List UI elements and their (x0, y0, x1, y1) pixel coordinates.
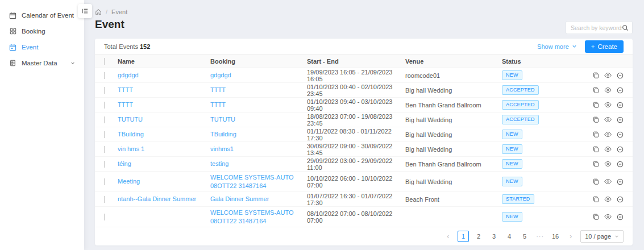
event-name-link[interactable]: TUTUTU (118, 115, 210, 124)
copy-icon[interactable] (593, 214, 599, 220)
copy-icon[interactable] (593, 102, 599, 108)
copy-icon[interactable] (593, 196, 599, 202)
booking-link[interactable]: vinhms1 (210, 145, 307, 153)
row-checkbox[interactable] (104, 116, 105, 123)
show-more-toggle[interactable]: Show more (537, 43, 577, 50)
column-header-start-end[interactable]: Start - End (307, 58, 405, 65)
eye-icon[interactable] (604, 161, 612, 167)
pagination-page-16[interactable]: 16 (550, 231, 561, 242)
page-size-select[interactable]: 10 / page (580, 230, 624, 243)
row-checkbox[interactable] (104, 214, 105, 220)
select-all-checkbox[interactable] (104, 58, 105, 65)
booking-link[interactable]: TBuilding (210, 130, 307, 139)
total-events: Total Events 152 (104, 43, 150, 50)
sidebar-item-event[interactable]: Event (0, 39, 84, 55)
pagination-page-1[interactable]: 1 (458, 231, 469, 242)
pagination: ‹ 12345···16 › 10 / page (95, 227, 633, 245)
copy-icon[interactable] (593, 161, 599, 167)
row-checkbox[interactable] (104, 72, 105, 79)
pagination-prev[interactable]: ‹ (442, 231, 454, 242)
minus-circle-icon[interactable] (617, 116, 624, 123)
event-name-link[interactable]: TTTT (118, 86, 210, 94)
event-name-link[interactable]: Meeting (118, 177, 210, 186)
row-checkbox[interactable] (104, 87, 105, 94)
home-icon[interactable] (95, 9, 102, 15)
booking-link[interactable]: TTTT (210, 101, 307, 109)
sidebar-collapse-button[interactable] (78, 4, 92, 18)
row-checkbox[interactable] (104, 146, 105, 153)
row-checkbox[interactable] (104, 196, 105, 203)
eye-icon[interactable] (604, 131, 612, 138)
copy-icon[interactable] (593, 87, 599, 93)
breadcrumb-current[interactable]: Event (111, 9, 127, 15)
sidebar-item-booking[interactable]: Booking (0, 23, 84, 39)
venue-value: Ben Thanh Grand Ballroom (405, 161, 502, 168)
minus-circle-icon[interactable] (617, 131, 624, 138)
minus-circle-icon[interactable] (617, 161, 624, 168)
table-toolbar: Total Events 152 Show more + Create (95, 39, 633, 54)
eye-icon[interactable] (604, 116, 612, 123)
sidebar-item-label: Master Data (22, 60, 57, 66)
event-name-link[interactable]: ntanh--Gala Dinner Summer (118, 195, 210, 203)
eye-icon[interactable] (604, 196, 612, 202)
pagination-page-2[interactable]: 2 (473, 231, 484, 242)
table-row: ntanh--Gala Dinner Summer Gala Dinner Su… (95, 192, 633, 207)
booking-link[interactable]: TUTUTU (210, 115, 307, 124)
booking-link[interactable]: TTTT (210, 86, 307, 94)
eye-icon[interactable] (604, 72, 612, 78)
create-button[interactable]: + Create (585, 40, 624, 53)
copy-icon[interactable] (593, 72, 599, 78)
sidebar-item-calendar-of-event[interactable]: Calendar of Event (0, 7, 84, 23)
breadcrumb: / Event (95, 9, 633, 15)
minus-circle-icon[interactable] (617, 178, 624, 185)
row-checkbox[interactable] (104, 131, 105, 138)
event-name-link[interactable]: vin hms 1 (118, 145, 210, 153)
eye-icon[interactable] (604, 87, 612, 93)
copy-icon[interactable] (593, 116, 599, 123)
minus-circle-icon[interactable] (617, 102, 624, 109)
booking-link[interactable]: WELCOME SYSTEMS-AUTO 08OTT22 31487164 (210, 209, 307, 226)
event-name-link[interactable]: TBuilding (118, 130, 210, 139)
booking-link[interactable]: testing (210, 160, 307, 168)
minus-circle-icon[interactable] (617, 72, 624, 79)
minus-circle-icon[interactable] (617, 214, 624, 220)
eye-icon[interactable] (604, 178, 612, 185)
create-button-label: Create (597, 43, 617, 50)
minus-circle-icon[interactable] (617, 196, 624, 203)
column-header-venue[interactable]: Venue (405, 58, 502, 65)
search-input[interactable] (571, 24, 622, 31)
sidebar-item-master-data[interactable]: Master Data (0, 55, 84, 71)
eye-icon[interactable] (604, 102, 612, 108)
eye-icon[interactable] (604, 146, 612, 152)
column-header-status[interactable]: Status (502, 58, 596, 65)
minus-circle-icon[interactable] (617, 146, 624, 153)
row-checkbox[interactable] (104, 161, 105, 168)
booking-link[interactable]: Gala Dinner Summer (210, 195, 307, 203)
search-icon[interactable] (622, 24, 629, 31)
booking-link[interactable]: gdgdgd (210, 71, 307, 80)
table-row: Meeting WELCOME SYSTEMS-AUTO 08OTT22 314… (95, 172, 633, 192)
copy-icon[interactable] (593, 131, 599, 138)
copy-icon[interactable] (593, 146, 599, 152)
event-name-link[interactable]: gdgdgd (118, 71, 210, 80)
event-name-link[interactable]: téing (118, 160, 210, 168)
pagination-page-4[interactable]: 4 (504, 231, 515, 242)
calendar-icon (9, 12, 16, 19)
pagination-next[interactable]: › (565, 231, 576, 242)
eye-icon[interactable] (604, 214, 612, 220)
booking-link[interactable]: WELCOME SYSTEMS-AUTO 08OTT22 31487164 (210, 173, 307, 190)
row-checkbox[interactable] (104, 102, 105, 109)
event-name-link[interactable]: TTTT (118, 101, 210, 109)
column-header-booking[interactable]: Booking (210, 58, 307, 65)
pagination-page-3[interactable]: 3 (488, 231, 500, 242)
main-content: / Event Event Total Events 152 Show more… (84, 0, 644, 250)
venue-value: Big hall Wedding (405, 178, 502, 185)
pagination-ellipsis[interactable]: ··· (534, 231, 546, 242)
pagination-page-5[interactable]: 5 (519, 231, 530, 242)
copy-icon[interactable] (593, 178, 599, 185)
status-badge: ACCEPTED (502, 85, 539, 95)
column-header-name[interactable]: Name (118, 58, 210, 65)
row-checkbox[interactable] (104, 178, 105, 185)
minus-circle-icon[interactable] (617, 87, 624, 94)
status-badge: NEW (502, 130, 522, 139)
